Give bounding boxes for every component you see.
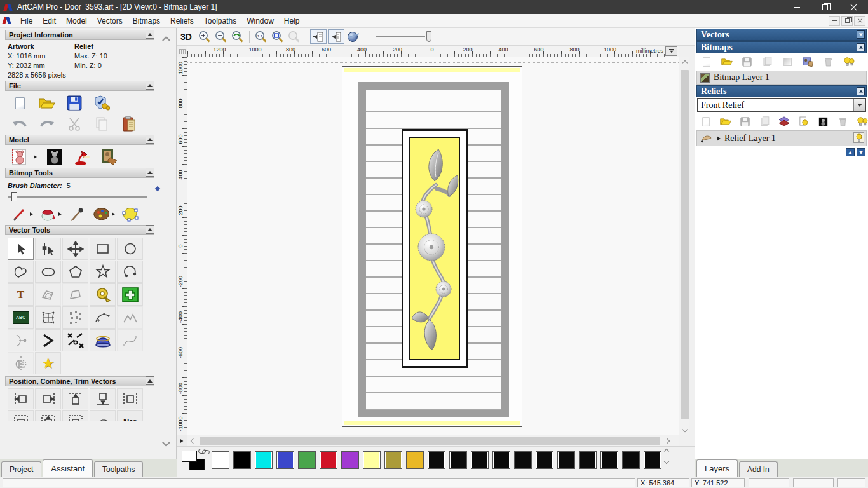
paste-along-curve-tool[interactable] — [90, 410, 116, 421]
save-relief-layer-button[interactable] — [740, 116, 751, 128]
texture-bitmap-button[interactable] — [761, 56, 773, 68]
colour-swatch[interactable] — [492, 451, 510, 469]
relief-visibility-button[interactable] — [798, 116, 810, 128]
save-model-button[interactable] — [65, 94, 84, 112]
colour-swatch[interactable] — [600, 451, 618, 469]
collapse-button[interactable] — [146, 168, 154, 177]
menu-vectors[interactable]: Vectors — [92, 15, 128, 27]
colour-swatch[interactable] — [276, 451, 294, 469]
toggle-all-bitmaps-visibility-button[interactable] — [843, 56, 855, 68]
palette-scroll-up-icon[interactable] — [664, 449, 669, 454]
delete-relief-layer-button[interactable] — [837, 116, 848, 128]
brush-diameter-slider[interactable] — [8, 191, 165, 202]
menu-bitmaps[interactable]: Bitmaps — [128, 15, 165, 27]
colour-swatch[interactable] — [406, 451, 424, 469]
panel-scroll-up-icon[interactable] — [163, 36, 171, 43]
bitmaps-header[interactable]: Bitmaps — [696, 41, 867, 53]
gradient-bitmap-button[interactable] — [782, 56, 794, 68]
offset-vectors-tool[interactable] — [35, 283, 61, 306]
delete-bitmap-layer-button[interactable] — [822, 56, 834, 68]
colour-swatch[interactable] — [428, 451, 445, 469]
panel-scroll-down-icon[interactable] — [163, 440, 171, 447]
collapse-button[interactable] — [146, 376, 154, 385]
reliefs-header[interactable]: Reliefs — [696, 85, 867, 97]
new-bitmap-layer-button[interactable] — [700, 56, 712, 68]
create-star-tool[interactable] — [90, 261, 116, 283]
combo-dropdown-button[interactable] — [853, 99, 865, 111]
copy-button[interactable] — [92, 115, 111, 133]
tab-add-in[interactable]: Add In — [739, 461, 778, 477]
menu-file[interactable]: File — [15, 15, 37, 27]
relief-selector-combo[interactable]: Front Relief — [697, 98, 866, 112]
collapse-button[interactable] — [146, 135, 154, 144]
new-relief-layer-button[interactable] — [700, 116, 712, 128]
relief-layer-row[interactable]: Relief Layer 1 — [696, 130, 867, 146]
tab-assistant[interactable]: Assistant — [43, 459, 93, 477]
mdi-close-button[interactable] — [854, 16, 865, 26]
close-button[interactable] — [839, 0, 868, 14]
open-model-button[interactable] — [37, 94, 57, 112]
cut-button[interactable] — [65, 115, 84, 133]
snap-objects-toggle-button[interactable] — [328, 29, 344, 44]
move-layer-up-button[interactable]: ▲ — [846, 148, 855, 156]
pan-mode-button[interactable] — [177, 435, 187, 446]
scroll-left-button[interactable] — [187, 435, 198, 446]
undo-button[interactable] — [10, 115, 29, 133]
join-vectors-tool[interactable] — [35, 329, 61, 351]
create-rectangle-tool[interactable] — [90, 238, 116, 260]
create-polyline-tool[interactable] — [8, 261, 34, 283]
door-artwork[interactable] — [342, 66, 522, 427]
align-bottom-tool[interactable] — [90, 388, 116, 409]
colour-swatch[interactable] — [557, 451, 575, 469]
edit-colours-button[interactable] — [92, 205, 111, 223]
scroll-up-button[interactable] — [679, 57, 690, 68]
create-arc-tool[interactable] — [117, 261, 143, 283]
zoom-out-button[interactable] — [214, 29, 229, 44]
preview-relief-button[interactable] — [346, 29, 361, 44]
colour-swatch[interactable] — [536, 451, 553, 469]
collapse-button[interactable] — [146, 30, 154, 39]
zoom-in-button[interactable] — [197, 29, 212, 44]
save-bitmap-layer-button[interactable] — [741, 56, 753, 68]
vectors-header[interactable]: Vectors — [696, 29, 867, 41]
open-relief-layer-button[interactable] — [720, 116, 731, 128]
colour-swatch[interactable] — [514, 451, 532, 469]
block-copy-tool[interactable] — [62, 306, 88, 329]
2d-view-canvas[interactable] — [187, 57, 679, 435]
tab-project[interactable]: Project — [1, 461, 41, 477]
colour-swatch[interactable] — [449, 451, 467, 469]
toggle-3d-view-button[interactable]: 3D — [180, 32, 192, 42]
zoom-fit-button[interactable] — [270, 29, 285, 44]
colour-swatch[interactable] — [298, 451, 316, 469]
colour-swatch[interactable] — [320, 451, 337, 469]
new-model-button[interactable] — [10, 94, 29, 112]
create-ellipse-tool[interactable] — [35, 261, 61, 283]
fit-curve-tool[interactable] — [8, 329, 34, 351]
fillet-vectors-tool[interactable] — [62, 283, 88, 306]
set-model-size-button[interactable] — [10, 148, 29, 166]
centre-vertical-tool[interactable] — [62, 410, 88, 421]
model-options-button[interactable] — [92, 94, 111, 112]
centre-horizontal-tool[interactable] — [35, 410, 61, 421]
paste-button[interactable] — [119, 115, 139, 133]
menu-window[interactable]: Window — [241, 15, 279, 27]
create-text-tool[interactable]: T — [8, 283, 34, 306]
mdi-minimize-button[interactable] — [829, 16, 840, 26]
envelope-distort-tool[interactable] — [35, 306, 61, 329]
tab-layers[interactable]: Layers — [696, 459, 738, 477]
create-circle-tool[interactable] — [117, 238, 143, 260]
toggle-all-reliefs-visibility-button[interactable] — [857, 116, 868, 128]
colour-swatch[interactable] — [384, 451, 402, 469]
collapse-button[interactable] — [146, 81, 154, 90]
restore-button[interactable] — [811, 0, 839, 14]
scroll-right-button[interactable] — [661, 435, 672, 446]
mdi-restore-button[interactable] — [841, 16, 853, 26]
menu-model[interactable]: Model — [61, 15, 92, 27]
model-grayscale-button[interactable] — [45, 148, 64, 166]
tab-toolpaths[interactable]: Toolpaths — [94, 461, 143, 477]
minimize-button[interactable] — [782, 0, 811, 14]
measure-tool[interactable] — [90, 283, 116, 306]
vertical-scroll-thumb[interactable] — [681, 70, 689, 419]
vertical-scrollbar[interactable] — [679, 57, 689, 435]
align-left-tool[interactable] — [8, 388, 34, 409]
